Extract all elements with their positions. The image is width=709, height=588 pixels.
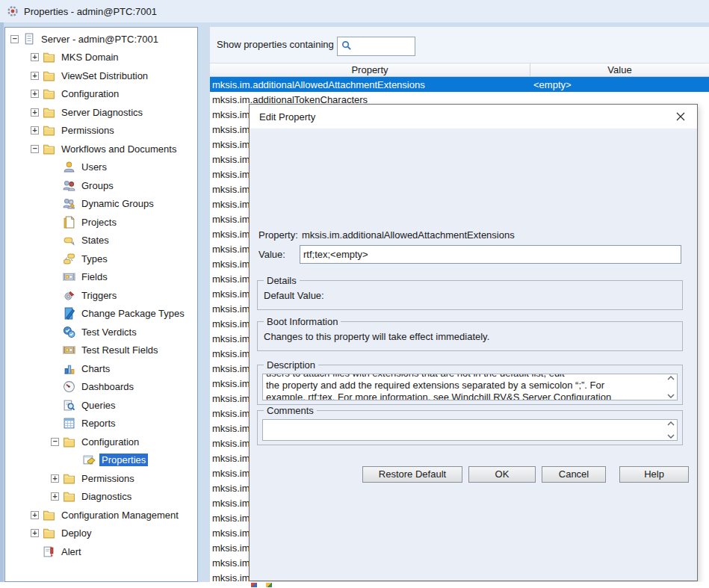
navigation-tree: −Server - admin@PTC:7001+MKS Domain+View… bbox=[4, 27, 198, 582]
search-input[interactable] bbox=[337, 37, 415, 56]
tree-item-reports[interactable]: Reports bbox=[5, 415, 197, 433]
tree-item-mks-domain[interactable]: +MKS Domain bbox=[5, 49, 197, 67]
tree-item-label: Groups bbox=[79, 179, 116, 192]
tree-item-label: Dynamic Groups bbox=[79, 197, 156, 210]
description-group: Description users to attach files with e… bbox=[257, 365, 683, 405]
tree-item-types[interactable]: Types bbox=[5, 250, 197, 268]
queries-icon bbox=[63, 399, 75, 412]
tree-item-label: Queries bbox=[79, 399, 118, 412]
tree-item-deploy[interactable]: +Deploy bbox=[5, 524, 197, 543]
user-icon bbox=[63, 161, 75, 173]
tree-item-configuration-management[interactable]: +Configuration Management bbox=[5, 506, 197, 524]
desktop-icon-fragment bbox=[251, 583, 257, 587]
projects-icon bbox=[63, 216, 75, 229]
expand-toggle[interactable]: + bbox=[31, 511, 39, 519]
folder-icon bbox=[43, 87, 55, 100]
tree-item-configuration[interactable]: +Configuration bbox=[5, 85, 197, 104]
tree-item-workflows-and-documents[interactable]: −Workflows and Documents bbox=[5, 140, 197, 158]
tree-item-change-package-types[interactable]: Change Package Types bbox=[5, 305, 197, 324]
tree-item-server-admin-ptc-7001[interactable]: −Server - admin@PTC:7001 bbox=[5, 30, 197, 49]
tree-item-projects[interactable]: Projects bbox=[5, 213, 197, 232]
chevron-down-icon[interactable] bbox=[667, 434, 675, 439]
tree-item-label: Projects bbox=[79, 216, 119, 229]
tree-item-states[interactable]: States bbox=[5, 232, 197, 250]
tree-item-groups[interactable]: Groups bbox=[5, 176, 197, 195]
tree-item-dynamic-groups[interactable]: Dynamic Groups bbox=[5, 195, 197, 214]
tree-item-label: Workflows and Documents bbox=[59, 143, 179, 155]
chevron-down-icon[interactable] bbox=[667, 394, 675, 398]
table-row[interactable]: mksis.im.additionalAllowedAttachmentExte… bbox=[210, 77, 709, 92]
comments-scrollbar bbox=[666, 421, 676, 439]
tree-item-test-verdicts[interactable]: Test Verdicts bbox=[5, 323, 197, 341]
help-button[interactable]: Help bbox=[619, 466, 689, 483]
window-bottom-edge bbox=[0, 582, 709, 588]
triggers-icon bbox=[63, 289, 75, 302]
ok-button[interactable]: OK bbox=[468, 466, 536, 483]
expand-toggle[interactable]: + bbox=[51, 474, 59, 483]
tree-item-server-diagnostics[interactable]: +Server Diagnostics bbox=[5, 103, 197, 122]
chevron-up-icon[interactable] bbox=[667, 421, 675, 426]
expand-toggle[interactable]: + bbox=[31, 53, 39, 61]
tree-item-triggers[interactable]: Triggers bbox=[5, 286, 197, 305]
comments-textarea[interactable] bbox=[262, 419, 678, 441]
groups-icon bbox=[63, 179, 75, 192]
property-name-value: mksis.im.additionalAllowedAttachmentExte… bbox=[302, 229, 515, 241]
window-border bbox=[0, 22, 4, 582]
close-icon[interactable] bbox=[672, 108, 690, 126]
tree-item-fields[interactable]: Fields bbox=[5, 268, 197, 287]
test-verdicts-icon bbox=[63, 326, 75, 338]
cancel-button[interactable]: Cancel bbox=[542, 466, 606, 483]
value-field-text: rtf;tex;<empty> bbox=[303, 249, 368, 260]
collapse-toggle[interactable]: − bbox=[31, 145, 39, 153]
tree-item-label: Reports bbox=[79, 417, 118, 430]
application-window: Properties - admin@PTC:7001 −Server - ad… bbox=[0, 0, 709, 588]
description-text: users to attach files with extensions th… bbox=[266, 374, 662, 400]
reports-icon bbox=[63, 417, 75, 430]
server-icon bbox=[22, 33, 35, 46]
chevron-up-icon[interactable] bbox=[667, 376, 675, 380]
expand-toggle[interactable]: + bbox=[31, 90, 39, 98]
expand-toggle[interactable]: + bbox=[51, 492, 59, 501]
window-title: Properties - admin@PTC:7001 bbox=[24, 6, 157, 17]
tree-item-test-result-fields[interactable]: Test Result Fields bbox=[5, 341, 197, 360]
dynamic-groups-icon bbox=[63, 197, 75, 210]
boot-group-title: Boot Information bbox=[264, 316, 341, 327]
expand-toggle[interactable]: + bbox=[31, 72, 39, 80]
tree-item-queries[interactable]: Queries bbox=[5, 396, 197, 415]
folder-icon bbox=[63, 436, 75, 448]
boot-information-group: Boot Information Changes to this propert… bbox=[257, 321, 683, 351]
states-icon bbox=[63, 234, 75, 247]
collapse-toggle[interactable]: − bbox=[10, 35, 19, 43]
tree-item-label: Test Verdicts bbox=[79, 326, 139, 338]
tree-item-diagnostics[interactable]: +Diagnostics bbox=[5, 488, 197, 507]
collapse-toggle[interactable]: − bbox=[51, 438, 59, 446]
expand-toggle[interactable]: + bbox=[31, 108, 39, 117]
column-header-property[interactable]: Property bbox=[210, 64, 530, 76]
column-header-value[interactable]: Value bbox=[530, 64, 709, 76]
tree-item-label: Permissions bbox=[79, 472, 137, 485]
tree-item-charts[interactable]: Charts bbox=[5, 359, 197, 378]
restore-default-button[interactable]: Restore Default bbox=[362, 466, 462, 483]
tree-item-viewset-distribution[interactable]: +ViewSet Distribution bbox=[5, 66, 197, 85]
folder-icon bbox=[63, 472, 75, 485]
tree-item-permissions[interactable]: +Permissions bbox=[5, 469, 197, 488]
description-textarea[interactable]: users to attach files with extensions th… bbox=[262, 374, 678, 400]
expand-toggle[interactable]: + bbox=[31, 529, 39, 537]
tree-item-label: States bbox=[79, 234, 111, 247]
details-group: Details Default Value: bbox=[257, 280, 683, 310]
tree-item-label: Change Package Types bbox=[79, 307, 187, 320]
tree-item-dashboards[interactable]: Dashboards bbox=[5, 378, 197, 397]
value-field[interactable]: rtf;tex;<empty> bbox=[300, 245, 681, 264]
types-icon bbox=[63, 253, 75, 265]
search-icon bbox=[341, 40, 352, 53]
tree-item-users[interactable]: Users bbox=[5, 158, 197, 177]
change-package-icon bbox=[63, 307, 75, 320]
tree-item-properties[interactable]: Properties bbox=[5, 451, 197, 470]
filter-bar: Show properties containing bbox=[210, 27, 709, 63]
tree-item-alert[interactable]: Alert bbox=[5, 542, 197, 561]
folder-icon bbox=[43, 509, 55, 522]
expand-toggle[interactable]: + bbox=[31, 126, 39, 134]
tree-item-configuration[interactable]: −Configuration bbox=[5, 433, 197, 451]
dashboards-icon bbox=[63, 380, 75, 393]
tree-item-permissions[interactable]: +Permissions bbox=[5, 122, 197, 140]
